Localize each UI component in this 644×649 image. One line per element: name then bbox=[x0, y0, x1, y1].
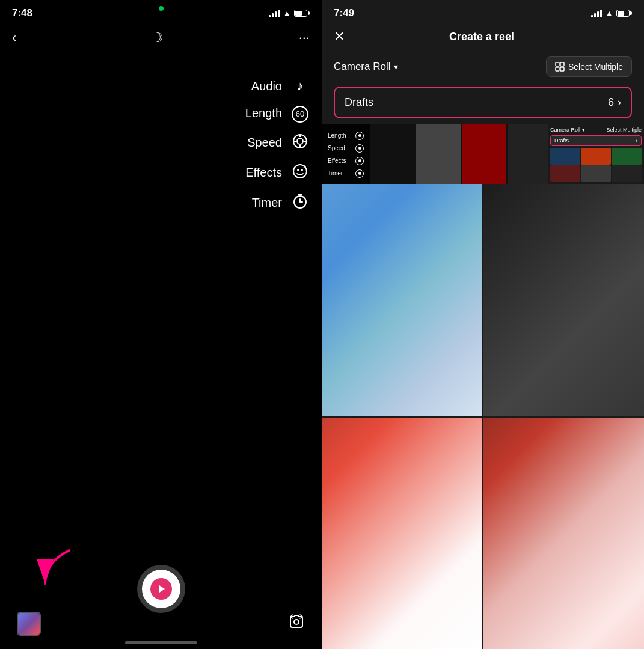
camera-menu: Audio ♪ Length 60 Speed Ef bbox=[245, 78, 310, 213]
photo-cell-3[interactable] bbox=[322, 418, 482, 650]
select-multiple-button[interactable]: Select Multiple bbox=[546, 56, 632, 77]
svg-point-1 bbox=[297, 138, 303, 144]
time-right: 7:49 bbox=[334, 7, 354, 19]
gallery-thumbnail[interactable] bbox=[17, 612, 41, 636]
length-icon: 60 bbox=[290, 105, 310, 123]
select-multiple-icon bbox=[555, 62, 565, 72]
drafts-chevron-icon: › bbox=[618, 96, 621, 109]
photo-grid bbox=[322, 184, 644, 649]
mini-length-dot bbox=[355, 132, 364, 140]
chevron-down-icon: ▾ bbox=[394, 62, 398, 72]
photo-cell-4[interactable] bbox=[483, 418, 644, 650]
mini-speed-text: Speed bbox=[328, 145, 345, 151]
record-inner-button[interactable] bbox=[142, 570, 180, 608]
bottom-icons-left bbox=[0, 612, 322, 636]
effects-icon bbox=[290, 163, 310, 183]
drafts-count-area: 6 › bbox=[608, 96, 621, 109]
mini-length-text: Length bbox=[328, 132, 346, 139]
status-bar-right: 7:49 ▲ bbox=[322, 0, 644, 24]
audio-menu-item[interactable]: Audio ♪ bbox=[245, 78, 310, 94]
camera-roll-dropdown[interactable]: Camera Roll ▾ bbox=[334, 61, 398, 73]
mini-label-length: Length bbox=[328, 132, 364, 140]
battery-icon bbox=[294, 10, 310, 17]
drafts-label: Drafts bbox=[345, 96, 373, 109]
mini-label-speed: Speed bbox=[328, 144, 364, 153]
svg-marker-18 bbox=[159, 585, 165, 593]
nav-bar-right: ✕ Create a reel bbox=[322, 24, 644, 52]
battery-icon-right bbox=[616, 10, 632, 17]
mini-preview-strip: Length Speed Effects Timer bbox=[322, 124, 644, 184]
mini-speed-dot bbox=[355, 144, 364, 153]
wifi-icon: ▲ bbox=[283, 8, 291, 18]
signal-icon-right bbox=[591, 10, 602, 17]
timer-label: Timer bbox=[252, 196, 282, 210]
instagram-record-icon bbox=[150, 578, 172, 600]
moon-icon: ☽ bbox=[152, 30, 164, 46]
status-icons-right: ▲ bbox=[591, 8, 632, 18]
effects-label: Effects bbox=[245, 166, 282, 180]
mini-right-overlay: Camera Roll ▾ Select Multiple Drafts › bbox=[548, 124, 644, 184]
svg-point-7 bbox=[297, 169, 299, 171]
record-button-area bbox=[0, 565, 322, 613]
speed-label: Speed bbox=[247, 136, 282, 150]
mini-timer-text: Timer bbox=[328, 170, 343, 177]
mini-label-effects: Effects bbox=[328, 157, 364, 165]
mini-thumb-4 bbox=[508, 124, 552, 184]
mini-effects-text: Effects bbox=[328, 157, 346, 164]
wifi-icon-right: ▲ bbox=[605, 8, 613, 18]
length-menu-item[interactable]: Length 60 bbox=[245, 105, 310, 123]
page-title: Create a reel bbox=[449, 31, 514, 43]
svg-rect-23 bbox=[560, 67, 564, 71]
toolbar-right: Camera Roll ▾ Select Multiple bbox=[322, 52, 644, 84]
mini-label-timer: Timer bbox=[328, 169, 364, 178]
drafts-count: 6 bbox=[608, 96, 614, 109]
svg-rect-20 bbox=[556, 62, 559, 66]
mini-thumb-1 bbox=[370, 124, 414, 184]
audio-label: Audio bbox=[251, 79, 282, 93]
mini-effects-dot bbox=[355, 157, 364, 165]
green-dot-indicator bbox=[159, 6, 164, 11]
status-bar-left: 7:48 ▲ bbox=[0, 0, 322, 24]
mini-thumb-2 bbox=[416, 124, 460, 184]
close-button[interactable]: ✕ bbox=[334, 29, 345, 44]
panel-divider bbox=[322, 0, 322, 649]
more-options-button[interactable]: ··· bbox=[299, 30, 310, 46]
photo-cell-2[interactable] bbox=[483, 184, 644, 416]
svg-rect-22 bbox=[556, 67, 559, 71]
svg-point-8 bbox=[301, 169, 303, 171]
record-outer-ring bbox=[137, 565, 185, 613]
nav-bar-left: ‹ ☽ ··· bbox=[0, 24, 322, 52]
svg-point-19 bbox=[294, 620, 299, 624]
back-button[interactable]: ‹ bbox=[12, 30, 16, 46]
speed-icon bbox=[290, 133, 310, 153]
audio-icon: ♪ bbox=[290, 78, 310, 94]
status-icons-left: ▲ bbox=[269, 8, 310, 18]
right-panel: 7:49 ▲ ✕ Create a reel Camera Roll bbox=[322, 0, 644, 649]
select-multiple-label: Select Multiple bbox=[568, 62, 623, 72]
mini-timer-dot bbox=[355, 169, 364, 178]
camera-roll-label: Camera Roll bbox=[334, 61, 390, 73]
home-indicator-left bbox=[125, 641, 197, 644]
length-label: Length bbox=[245, 106, 282, 120]
svg-rect-21 bbox=[560, 62, 564, 66]
effects-menu-item[interactable]: Effects bbox=[245, 163, 310, 183]
photo-cell-1[interactable] bbox=[322, 184, 482, 416]
mini-labels: Length Speed Effects Timer bbox=[322, 124, 370, 184]
speed-menu-item[interactable]: Speed bbox=[245, 133, 310, 153]
drafts-row[interactable]: Drafts 6 › bbox=[334, 87, 632, 118]
time-left: 7:48 bbox=[12, 7, 32, 19]
timer-menu-item[interactable]: Timer bbox=[245, 193, 310, 213]
left-panel: 7:48 ▲ ‹ ☽ ··· Audio ♪ bbox=[0, 0, 322, 649]
mini-thumb-3 bbox=[462, 124, 506, 184]
timer-icon bbox=[290, 193, 310, 213]
camera-flip-button[interactable] bbox=[288, 614, 305, 634]
signal-icon bbox=[269, 10, 280, 17]
